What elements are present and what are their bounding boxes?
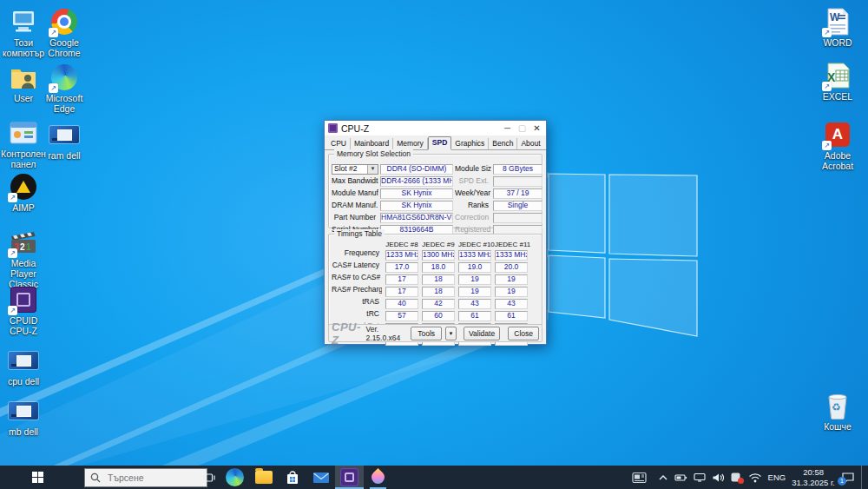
timing-cell: 19	[458, 287, 491, 297]
tab-graphics[interactable]: Graphics	[451, 138, 489, 149]
timing-cell: 40	[385, 299, 418, 309]
cpuz-window: CPU-Z ─ ▢ ✕ CPU Mainboard Memory SPD Gra…	[324, 120, 547, 345]
speaker-icon[interactable]	[712, 472, 724, 483]
desktop-icon-ram-dell[interactable]: ram dell	[38, 120, 90, 162]
desktop-icon-edge[interactable]: ↗ Microsoft Edge	[38, 63, 90, 115]
column-header: JEDEC #9	[422, 240, 455, 249]
action-center-button[interactable]: 1	[841, 472, 855, 484]
timing-cell: 20.0	[495, 262, 528, 273]
battery-icon[interactable]	[674, 473, 687, 482]
timing-cell: 43	[458, 299, 491, 309]
timing-cell: 18	[422, 287, 455, 297]
title-bar[interactable]: CPU-Z ─ ▢ ✕	[325, 121, 546, 135]
shortcut-arrow-icon: ↗	[822, 28, 832, 37]
window-footer: CPU-Z Ver. 2.15.0.x64 Tools ▼ Validate C…	[328, 324, 542, 342]
taskbar-app-store[interactable]	[278, 466, 306, 489]
system-tray: ENG 20:58 31.3.2025 г. 1	[632, 466, 865, 489]
wifi-icon[interactable]	[748, 472, 762, 483]
spd-ext-field	[493, 176, 542, 187]
desktop-icon-recycle-bin[interactable]: ♻ Кошче	[812, 391, 864, 433]
desktop-icon-media-player-classic[interactable]: 321 ↗ Media Player Classic	[0, 228, 49, 289]
timing-cell: 17	[385, 274, 418, 285]
clock-date: 31.3.2025 г.	[792, 478, 835, 487]
desktop-icon-cpuid-cpuz[interactable]: ↗ CPUID CPU-Z	[0, 285, 49, 337]
cpuz-icon	[341, 469, 358, 486]
icon-label: EXCEL	[823, 92, 852, 102]
cpuz-logo-text: CPU-Z	[332, 320, 363, 347]
maximize-button: ▢	[515, 122, 529, 135]
row-label: Frequency	[332, 249, 382, 261]
icon-label: ram dell	[48, 151, 80, 162]
tray-chevron-up-icon[interactable]	[658, 473, 668, 482]
taskbar-app-paint-droplet[interactable]	[364, 466, 392, 489]
tools-dropdown-button[interactable]: ▼	[445, 327, 457, 340]
ranks-field: Single	[493, 201, 542, 211]
desktop-icon-cpu-dell[interactable]: cpu dell	[0, 346, 49, 387]
tab-mainboard[interactable]: Mainboard	[351, 138, 393, 149]
row-label: RAS# Precharge	[332, 286, 382, 298]
desktop-icon-chrome[interactable]: ↗ Google Chrome	[38, 7, 90, 59]
icon-label: CPUID CPU-Z	[0, 316, 49, 337]
word-icon: W ↗	[823, 7, 852, 36]
taskbar-apps	[220, 466, 392, 489]
svg-text:2: 2	[20, 242, 25, 252]
validate-button[interactable]: Validate	[464, 327, 500, 340]
tab-cpu[interactable]: CPU	[327, 138, 351, 149]
show-desktop-button[interactable]	[861, 466, 865, 489]
column-header: JEDEC #8	[385, 240, 418, 249]
image-thumbnail-icon	[9, 402, 38, 420]
timing-cell: 19.0	[458, 262, 491, 273]
taskbar-clock[interactable]: 20:58 31.3.2025 г.	[792, 467, 835, 488]
control-panel-icon	[9, 118, 38, 148]
correction-field	[493, 213, 542, 223]
display-icon[interactable]	[694, 472, 706, 482]
field-label: Module Manuf.	[332, 188, 378, 200]
shortcut-arrow-icon: ↗	[822, 82, 832, 91]
close-button[interactable]: ✕	[529, 122, 544, 135]
icon-label: mb dell	[9, 427, 38, 438]
tab-memory[interactable]: Memory	[393, 138, 428, 149]
desktop-icon-excel[interactable]: X ↗ EXCEL	[812, 61, 864, 102]
microsoft-store-icon	[285, 470, 300, 486]
timing-cell: 43	[495, 299, 528, 309]
field-label: Max Bandwidth	[332, 175, 378, 188]
week-year-field: 37 / 19	[493, 188, 542, 199]
start-button[interactable]	[26, 468, 49, 486]
timing-cell: 19	[495, 287, 528, 297]
news-widget-icon[interactable]	[632, 472, 647, 484]
taskbar-app-file-explorer[interactable]	[249, 466, 278, 489]
minimize-button[interactable]: ─	[500, 122, 515, 135]
tab-spd[interactable]: SPD	[428, 136, 451, 150]
tray-app-with-alert-icon[interactable]	[730, 472, 742, 483]
desktop-icon-adobe-acrobat[interactable]: A↗ Adobe Acrobat	[812, 120, 864, 172]
slot-selector-dropdown[interactable]: Slot #2 ▼	[332, 164, 378, 175]
windows-logo-icon	[32, 472, 43, 483]
taskbar-app-edge[interactable]	[220, 466, 249, 489]
memory-slot-selection-group: Memory Slot Selection Slot #2 ▼ DDR4 (SO…	[328, 154, 542, 228]
timing-cell: 17.0	[385, 262, 418, 273]
timing-cell: 1333 MHz	[495, 250, 528, 261]
close-window-button[interactable]: Close	[508, 327, 539, 340]
tab-strip: CPU Mainboard Memory SPD Graphics Bench …	[325, 135, 546, 150]
search-input[interactable]	[106, 472, 187, 484]
taskbar-app-cpuz[interactable]	[335, 466, 364, 489]
taskbar-app-mail[interactable]	[306, 466, 335, 489]
tab-bench[interactable]: Bench	[489, 138, 517, 149]
column-header: JEDEC #10	[458, 240, 491, 249]
notification-badge: 1	[838, 477, 846, 486]
tab-about[interactable]: About	[517, 138, 543, 149]
desktop-icon-aimp[interactable]: ↗ AIMP	[0, 172, 49, 214]
timings-table-group: Timings Table JEDEC #8 JEDEC #9 JEDEC #1…	[328, 234, 542, 328]
tools-button[interactable]: Tools	[411, 327, 442, 340]
svg-text:1: 1	[26, 242, 31, 252]
desktop-icon-word[interactable]: W ↗ WORD	[812, 7, 864, 49]
task-view-button[interactable]	[199, 468, 220, 486]
language-indicator[interactable]: ENG	[768, 472, 786, 482]
timing-cell: 18.0	[422, 262, 455, 273]
clock-time: 20:58	[803, 467, 824, 477]
recycle-bin-icon: ♻	[823, 391, 852, 420]
taskbar-search-box[interactable]	[84, 468, 207, 487]
desktop-icon-mb-dell[interactable]: mb dell	[0, 396, 49, 438]
shortcut-arrow-icon: ↗	[8, 248, 17, 258]
icon-label: cpu dell	[8, 377, 39, 387]
